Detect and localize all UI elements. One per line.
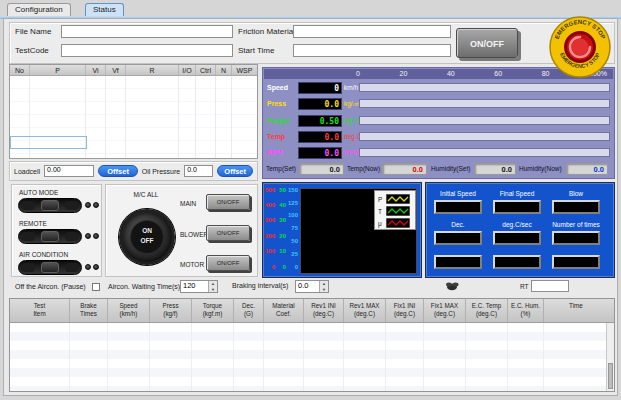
hdr-material-2: Coef. bbox=[276, 310, 291, 317]
air-condition-toggle[interactable] bbox=[18, 260, 82, 275]
main-onoff-button[interactable]: ON/OFF bbox=[206, 194, 250, 210]
aircon-pause-checkbox[interactable] bbox=[92, 283, 100, 291]
scale-0: 0 bbox=[356, 70, 360, 77]
loadcell-label: Loadcell bbox=[14, 168, 40, 175]
selected-cell[interactable] bbox=[10, 136, 87, 149]
aircon-waiting-value: 120 bbox=[183, 281, 196, 290]
oil-pressure-label: Oil Pressure bbox=[142, 168, 181, 175]
results-table-gridlines bbox=[10, 323, 606, 391]
speed-display: 0 bbox=[298, 82, 342, 94]
hdr-test: Test bbox=[34, 302, 46, 309]
aircon-waiting-spinner[interactable]: 120 ▲▼ bbox=[180, 280, 218, 293]
main-panel: File Name TestCode Friction Material Sta… bbox=[3, 18, 618, 396]
axis-red-tick: 300 bbox=[263, 217, 275, 223]
spinner-arrows-icon[interactable]: ▲▼ bbox=[208, 281, 217, 292]
oil-pressure-offset-button[interactable]: Offset bbox=[217, 165, 253, 177]
hdr-torque-2: (kgf.m) bbox=[203, 310, 223, 317]
temp-set-label: Temp(Set) bbox=[266, 165, 296, 172]
vertical-scrollbar[interactable] bbox=[606, 323, 614, 391]
hdr-material: Material bbox=[272, 302, 294, 309]
tab-status[interactable]: Status bbox=[85, 3, 124, 16]
tab-configuration[interactable]: Configuration bbox=[7, 3, 71, 16]
press-unit: kg/㎠ bbox=[344, 100, 359, 109]
hdr-speed-2: (km/h) bbox=[120, 310, 138, 317]
blow-display bbox=[552, 200, 600, 214]
speed-bar bbox=[359, 83, 610, 92]
number-of-times-display bbox=[552, 231, 600, 245]
hdr-speed: Speed bbox=[119, 302, 137, 309]
hdr-ec-temp-2: (deg.C) bbox=[476, 310, 497, 317]
rpm-display: 0.0 bbox=[298, 147, 342, 159]
loadcell-value: 0.00 bbox=[44, 165, 94, 177]
legend-label-p: P bbox=[378, 196, 383, 203]
motor-onoff-button[interactable]: ON/OFF bbox=[206, 255, 250, 271]
program-table-header: No P Vi Vf R I/O Ctrl N WSP bbox=[10, 65, 257, 76]
extra-display-3 bbox=[552, 255, 600, 269]
results-table[interactable]: TestItem BrakeTimes Speed(km/h) Press(kg… bbox=[9, 298, 615, 392]
emergency-stop-button[interactable]: EMERGENCY STOP EMERGENCY STOP bbox=[548, 15, 612, 79]
axis-blue-tick: 125 bbox=[286, 200, 298, 206]
hdr-press-2: (kg/f) bbox=[163, 310, 177, 317]
axis-red-tick: 400 bbox=[263, 202, 275, 208]
toggle-cap bbox=[65, 232, 79, 241]
torque-label: Torque bbox=[267, 117, 297, 124]
start-time-input[interactable] bbox=[293, 44, 451, 57]
legend-label-t: T bbox=[378, 208, 383, 215]
initial-speed-display bbox=[434, 200, 482, 214]
mc-all-knob[interactable]: ON OFF bbox=[119, 209, 175, 265]
speed-unit: km/h bbox=[344, 84, 358, 91]
chart-legend: P T μ bbox=[374, 190, 416, 230]
extra-display-1 bbox=[434, 255, 482, 269]
test-code-input[interactable] bbox=[61, 44, 233, 57]
friction-material-input[interactable] bbox=[293, 25, 451, 38]
braking-interval-label: Braking interval(s) bbox=[232, 282, 288, 289]
scale-40: 40 bbox=[447, 70, 455, 77]
offset-row: Loadcell 0.00 Offset Oil Pressure 0.0 Of… bbox=[9, 161, 258, 181]
start-time-label: Start Time bbox=[238, 46, 274, 55]
spinner-arrows-icon[interactable]: ▲▼ bbox=[319, 281, 328, 292]
col-ctrl: Ctrl bbox=[196, 65, 216, 75]
knob-face: ON OFF bbox=[130, 220, 164, 254]
hdr-rev1-max-2: (deg.C) bbox=[354, 310, 375, 317]
air-condition-led-1 bbox=[85, 264, 91, 270]
auto-mode-toggle[interactable] bbox=[18, 198, 82, 213]
legend-row-t: T bbox=[378, 205, 412, 217]
legend-row-mu: μ bbox=[378, 217, 412, 229]
temp-now-display: 0.0 bbox=[382, 163, 427, 175]
axis-green-tick: 10 bbox=[276, 248, 286, 254]
file-name-input[interactable] bbox=[61, 25, 233, 38]
hdr-dec-2: (G) bbox=[244, 310, 253, 317]
air-condition-led-2 bbox=[93, 264, 99, 270]
remote-toggle[interactable] bbox=[18, 229, 82, 244]
degc-sec-label: deg.C/sec bbox=[487, 221, 547, 228]
col-vi: Vi bbox=[86, 65, 106, 75]
rt-input[interactable] bbox=[531, 280, 569, 292]
toggle-knob bbox=[41, 262, 59, 273]
mode-toggle-panel: AUTO MODE REMOTE AIR CONDITION bbox=[11, 184, 102, 277]
temp-set-display: 0.0 bbox=[299, 163, 344, 175]
axis-blue-tick: 25 bbox=[286, 251, 298, 257]
auto-mode-led-1 bbox=[85, 202, 91, 208]
program-table-body[interactable] bbox=[10, 76, 257, 158]
mc-all-label: M/C ALL bbox=[118, 191, 174, 198]
torque-display: 0.50 bbox=[298, 115, 342, 127]
temp-bar bbox=[359, 132, 610, 141]
onoff-master-button[interactable]: ON/OFF bbox=[456, 28, 518, 58]
results-table-body[interactable] bbox=[10, 323, 606, 391]
hdr-press: Press bbox=[162, 302, 178, 309]
knob-off-label: OFF bbox=[131, 237, 163, 244]
scale-60: 60 bbox=[494, 70, 502, 77]
oil-pressure-value: 0.0 bbox=[184, 165, 213, 177]
braking-interval-spinner[interactable]: 0.0 ▲▼ bbox=[295, 280, 329, 293]
blower-onoff-button[interactable]: ON/OFF bbox=[206, 225, 250, 241]
hdr-brake-2: Times bbox=[80, 310, 97, 317]
loadcell-offset-button[interactable]: Offset bbox=[98, 165, 137, 177]
humidity-set-display: 0.0 bbox=[474, 163, 516, 175]
aircon-waiting-label: Aircon. Waiting Time(s) bbox=[108, 283, 180, 290]
wave-icon bbox=[386, 218, 410, 228]
scrollbar-thumb[interactable] bbox=[608, 363, 613, 389]
hdr-test-2: Item bbox=[33, 310, 45, 317]
aircon-pause-label: Off the Aircon. (Pause) bbox=[15, 283, 86, 290]
axis-green-tick: 50 bbox=[276, 187, 286, 193]
program-table[interactable]: No P Vi Vf R I/O Ctrl N WSP bbox=[9, 64, 258, 159]
